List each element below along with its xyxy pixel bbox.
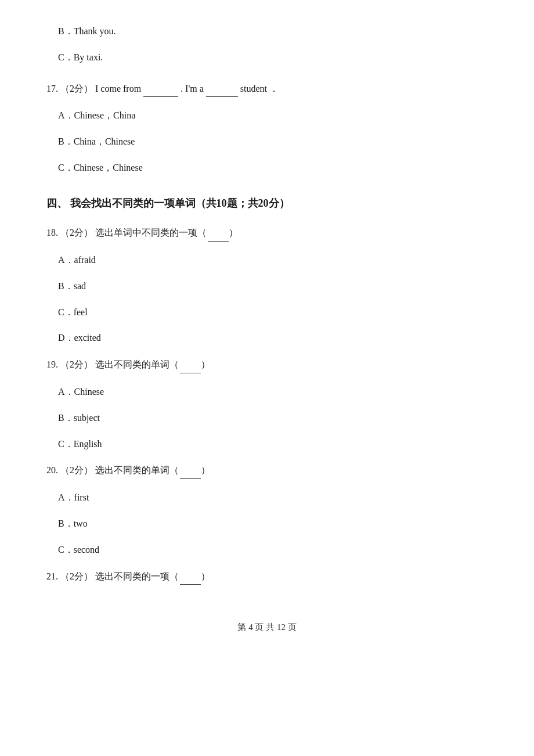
q18-option-c: C．feel (46, 304, 488, 321)
q17-option-c: C．Chinese，Chinese (46, 160, 488, 177)
page-footer: 第 4 页 共 12 页 (46, 620, 488, 635)
q17-number: 17. (46, 84, 58, 93)
q18-option-b-text: B．sad (58, 281, 86, 291)
q19-option-c: C．English (46, 436, 488, 453)
q21-text-end: ） (201, 571, 210, 581)
q17-option-c-text: C．Chinese，Chinese (58, 163, 143, 172)
q17-points: （2分） (60, 84, 93, 93)
q20-text: 选出不同类的单词（ (95, 465, 179, 475)
option-c-text: C．By taxi. (58, 52, 103, 62)
section4-header: 四、 我会找出不同类的一项单词（共10题；共20分） (46, 194, 488, 213)
q20-option-c-text: C．second (58, 545, 99, 555)
q21-number: 21. (46, 571, 58, 581)
prev-option-c: C．By taxi. (46, 49, 488, 66)
q20-points: （2分） (60, 465, 93, 475)
q20-text-end: ） (201, 465, 210, 475)
q18-option-a-text: A．afraid (58, 255, 96, 265)
q17-option-a-text: A．Chinese，China (58, 110, 135, 120)
q20-option-b: B．two (46, 516, 488, 532)
question-18: 18. （2分） 选出单词中不同类的一项（ ） (46, 224, 488, 242)
q19-option-b-text: B．subject (58, 413, 100, 423)
q20-option-a: A．first (46, 489, 488, 506)
q17-text-before: I come from (95, 84, 141, 93)
footer-text: 第 4 页 共 12 页 (237, 622, 296, 632)
q20-number: 20. (46, 465, 58, 475)
q18-option-d-text: D．excited (58, 333, 101, 343)
q20-option-b-text: B．two (58, 519, 88, 528)
q19-paren (180, 356, 201, 373)
q19-points: （2分） (60, 359, 93, 369)
q18-option-a: A．afraid (46, 252, 488, 269)
q17-text-middle: . I'm a (181, 84, 206, 93)
section4-title: 我会找出不同类的一项单词（共10题；共20分） (70, 197, 290, 209)
q19-option-a: A．Chinese (46, 384, 488, 401)
q20-option-a-text: A．first (58, 492, 89, 502)
q19-option-a-text: A．Chinese (58, 387, 104, 397)
q20-paren (180, 462, 201, 479)
q21-points: （2分） (60, 571, 93, 581)
q19-text-end: ） (201, 359, 210, 369)
prev-option-b: B．Thank you. (46, 23, 488, 40)
section4-number: 四、 (46, 197, 67, 209)
q18-text: 选出单词中不同类的一项（ (95, 228, 207, 237)
q17-blank2 (206, 80, 238, 98)
q17-blank1 (143, 80, 178, 98)
q19-text: 选出不同类的单词（ (95, 359, 179, 369)
q19-number: 19. (46, 359, 58, 369)
question-19: 19. （2分） 选出不同类的单词（ ） (46, 356, 488, 373)
q18-points: （2分） (60, 228, 93, 237)
q17-option-a: A．Chinese，China (46, 107, 488, 124)
q21-paren (180, 568, 201, 585)
q17-option-b-text: B．China，Chinese (58, 136, 135, 146)
option-b-text: B．Thank you. (58, 26, 116, 36)
q18-option-d: D．excited (46, 330, 488, 347)
q17-option-b: B．China，Chinese (46, 134, 488, 150)
q17-text-after: student ． (240, 84, 279, 93)
q18-number: 18. (46, 228, 58, 237)
q18-paren (208, 224, 229, 242)
q20-option-c: C．second (46, 542, 488, 559)
q18-option-c-text: C．feel (58, 307, 88, 317)
q19-option-b: B．subject (46, 410, 488, 427)
q18-option-b: B．sad (46, 278, 488, 295)
question-20: 20. （2分） 选出不同类的单词（ ） (46, 462, 488, 479)
question-21: 21. （2分） 选出不同类的一项（ ） (46, 568, 488, 585)
q19-option-c-text: C．English (58, 439, 102, 449)
q18-text-end: ） (229, 228, 238, 237)
q21-text: 选出不同类的一项（ (95, 571, 179, 581)
question-17: 17. （2分） I come from . I'm a student ． (46, 80, 488, 98)
